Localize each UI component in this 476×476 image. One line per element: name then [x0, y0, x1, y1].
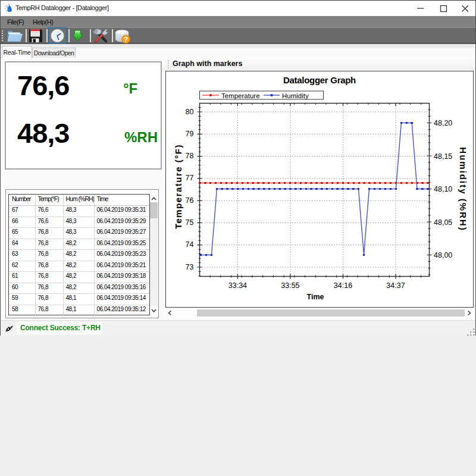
svg-text:48,05: 48,05 [434, 218, 452, 226]
svg-text:33:55: 33:55 [281, 281, 299, 289]
svg-text:?: ? [124, 36, 128, 43]
svg-text:73: 73 [185, 262, 193, 271]
svg-text:34:16: 34:16 [333, 281, 352, 289]
svg-text:34:37: 34:37 [386, 281, 405, 289]
svg-text:33:34: 33:34 [228, 281, 246, 289]
svg-text:48,00: 48,00 [434, 251, 452, 259]
svg-text:76: 76 [185, 196, 193, 204]
svg-text:78: 78 [185, 152, 193, 160]
svg-text:Time: Time [306, 293, 324, 301]
svg-text:Temperature (°F): Temperature (°F) [173, 143, 183, 228]
svg-text:Humidity: Humidity [282, 92, 309, 99]
svg-text:80: 80 [185, 107, 193, 115]
svg-text:48,20: 48,20 [434, 119, 452, 127]
svg-text:Humidity (%RH): Humidity (%RH) [458, 147, 468, 231]
svg-text:77: 77 [185, 174, 193, 182]
svg-text:79: 79 [185, 129, 193, 137]
svg-text:Temperature: Temperature [221, 92, 260, 99]
svg-text:48,10: 48,10 [434, 185, 452, 193]
svg-text:74: 74 [185, 240, 193, 249]
svg-text:48,15: 48,15 [434, 152, 452, 160]
svg-text:75: 75 [185, 218, 193, 226]
svg-text:Datalogger Graph: Datalogger Graph [283, 74, 356, 84]
